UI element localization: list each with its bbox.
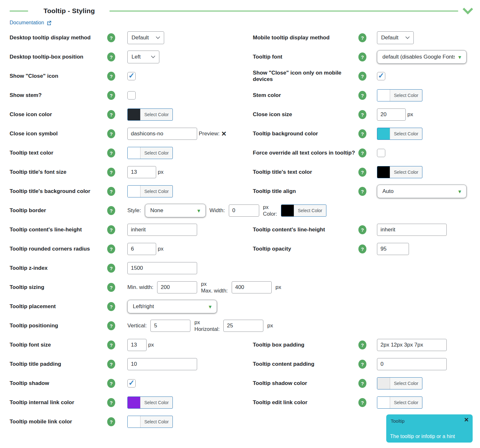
help-icon[interactable]: ? xyxy=(358,168,366,177)
tooltip-shadow-checkbox[interactable]: ✓ xyxy=(127,379,136,388)
min-width-input[interactable] xyxy=(157,281,197,293)
edit-link-color-button[interactable]: Select Color xyxy=(377,396,422,409)
help-icon[interactable]: ? xyxy=(107,148,115,157)
help-icon[interactable]: ? xyxy=(358,379,366,388)
border-style-select[interactable]: None ▼ xyxy=(145,204,206,217)
shadow-color-button[interactable]: Select Color xyxy=(377,377,422,389)
tooltip-font-select[interactable]: default (disables Google Fonts ▼ xyxy=(377,50,467,64)
tooltip-z-index-input[interactable] xyxy=(127,262,197,274)
help-icon[interactable]: ? xyxy=(107,321,115,330)
box-padding-input[interactable] xyxy=(377,339,447,351)
help-icon[interactable]: ? xyxy=(107,110,115,119)
force-override-text-colors-checkbox[interactable] xyxy=(377,149,385,157)
horizontal-position-input[interactable] xyxy=(223,320,263,332)
help-icon[interactable]: ? xyxy=(107,340,115,349)
setting-row: Tooltip font size ? px Tooltip box paddi… xyxy=(0,335,480,355)
help-icon[interactable]: ? xyxy=(107,360,115,369)
help-icon[interactable]: ? xyxy=(358,129,366,138)
help-icon[interactable]: ? xyxy=(358,52,366,61)
section-header: Tooltip - Styling xyxy=(0,0,480,15)
title-padding-input[interactable] xyxy=(127,358,197,370)
help-icon[interactable]: ? xyxy=(358,72,366,81)
show-stem-checkbox[interactable] xyxy=(127,91,136,100)
close-icon-color-button[interactable]: Select Color xyxy=(127,108,173,121)
content-padding-input[interactable] xyxy=(377,358,447,370)
title-text-color-button[interactable]: Select Color xyxy=(377,166,422,178)
tooltip-title-align-select[interactable]: Auto ▼ xyxy=(377,185,467,198)
mobile-link-color-button[interactable]: Select Color xyxy=(127,416,173,428)
setting-label: Desktop tooltip display method xyxy=(0,35,107,41)
help-icon[interactable]: ? xyxy=(358,340,366,349)
setting-row: Tooltip placement ? Left/right ▼ xyxy=(0,297,480,316)
help-icon[interactable]: ? xyxy=(107,206,115,215)
min-width-label: Min. width: xyxy=(127,284,153,291)
help-icon[interactable]: ? xyxy=(358,398,366,407)
help-icon[interactable]: ? xyxy=(358,187,366,196)
documentation-link[interactable]: Documentation xyxy=(10,20,44,26)
close-icon-size-input[interactable] xyxy=(377,108,406,121)
setting-row: Tooltip border ? Style: None ▼ Width: px… xyxy=(0,201,480,220)
desktop-box-position-select[interactable]: Left xyxy=(127,51,159,63)
content-line-height-input[interactable] xyxy=(127,224,197,236)
px-suffix: px xyxy=(276,284,281,291)
help-icon[interactable]: ? xyxy=(107,398,115,407)
help-icon[interactable]: ? xyxy=(107,225,115,234)
max-width-input[interactable] xyxy=(232,281,272,293)
help-icon[interactable]: ? xyxy=(107,187,115,196)
help-icon[interactable]: ? xyxy=(107,283,115,292)
selected-value: None xyxy=(150,207,164,214)
mobile-display-method-select[interactable]: Default xyxy=(377,31,414,44)
help-icon[interactable]: ? xyxy=(107,264,115,273)
tooltip-font-size-input[interactable] xyxy=(127,339,147,351)
color-swatch xyxy=(128,147,140,159)
close-icon-mobile-only-checkbox[interactable]: ✓ xyxy=(377,72,385,80)
content-line-height-input-2[interactable] xyxy=(377,224,447,236)
help-icon[interactable]: ? xyxy=(358,110,366,119)
select-color-label: Select Color xyxy=(140,186,172,197)
check-icon: ✓ xyxy=(128,379,134,387)
show-close-icon-checkbox[interactable]: ✓ xyxy=(127,72,136,80)
help-icon[interactable]: ? xyxy=(358,148,366,157)
border-width-input[interactable] xyxy=(229,204,259,217)
help-icon[interactable]: ? xyxy=(107,72,115,81)
setting-label: Tooltip font xyxy=(240,54,358,60)
collapse-section-button[interactable] xyxy=(462,7,474,14)
help-icon[interactable]: ? xyxy=(358,360,366,369)
help-icon[interactable]: ? xyxy=(358,33,366,42)
help-icon[interactable]: ? xyxy=(107,129,115,138)
help-icon[interactable]: ? xyxy=(107,302,115,311)
color-swatch xyxy=(377,378,390,389)
vertical-position-input[interactable] xyxy=(150,320,190,332)
setting-row: Tooltip rounded corners radius ? px Tool… xyxy=(0,239,480,259)
help-icon[interactable]: ? xyxy=(107,379,115,388)
close-icon[interactable]: ✕ xyxy=(464,417,469,423)
help-icon[interactable]: ? xyxy=(107,168,115,177)
tooltip-opacity-input[interactable] xyxy=(377,243,409,255)
border-color-button[interactable]: Select Color xyxy=(281,204,326,217)
tooltip-placement-select[interactable]: Left/right ▼ xyxy=(127,300,217,313)
help-icon[interactable]: ? xyxy=(358,91,366,100)
rounded-corners-radius-input[interactable] xyxy=(127,243,156,255)
help-icon[interactable]: ? xyxy=(107,417,115,426)
desktop-display-method-select[interactable]: Default xyxy=(127,31,164,44)
external-link-icon xyxy=(46,20,52,26)
help-icon[interactable]: ? xyxy=(107,33,115,42)
help-icon[interactable]: ? xyxy=(107,52,115,61)
help-icon[interactable]: ? xyxy=(107,91,115,100)
title-background-color-button[interactable]: Select Color xyxy=(127,185,173,197)
color-swatch xyxy=(281,205,294,216)
selected-value: Left xyxy=(132,54,140,60)
close-icon-symbol-input[interactable] xyxy=(127,128,197,140)
select-color-label: Select Color xyxy=(140,147,172,159)
help-icon[interactable]: ? xyxy=(107,244,115,253)
setting-label: Tooltip title's text color xyxy=(240,169,358,175)
select-color-label: Select Color xyxy=(390,378,422,389)
stem-color-button[interactable]: Select Color xyxy=(377,89,422,101)
tooltip-background-color-button[interactable]: Select Color xyxy=(377,128,422,140)
tooltip-text-color-button[interactable]: Select Color xyxy=(127,147,173,159)
title-font-size-input[interactable] xyxy=(127,166,156,178)
help-icon[interactable]: ? xyxy=(358,244,366,253)
help-icon[interactable]: ? xyxy=(358,225,366,234)
chevron-down-icon xyxy=(405,36,410,39)
internal-link-color-button[interactable]: Select Color xyxy=(127,396,173,409)
